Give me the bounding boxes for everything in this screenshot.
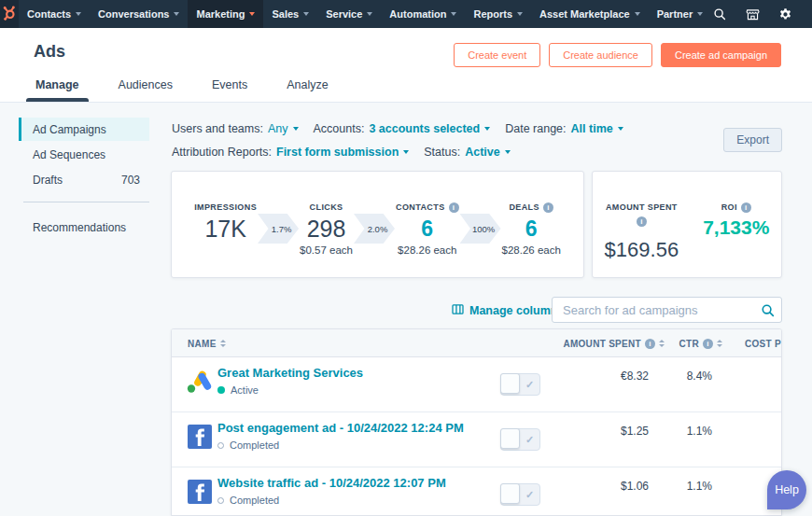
campaign-toggle[interactable] <box>500 483 540 506</box>
sidebar-item-label: Ad Sequences <box>33 148 105 161</box>
filter-value[interactable]: 3 accounts selected <box>369 122 480 135</box>
create-ad-campaign-button[interactable]: Create ad campaign <box>661 43 781 67</box>
hubspot-logo[interactable] <box>0 0 19 28</box>
filter-value[interactable]: Active <box>465 146 500 159</box>
nav-label: Partner <box>657 8 693 20</box>
nav-label: Reports <box>473 8 512 20</box>
sidebar-item-label: Recommendations <box>33 221 126 234</box>
campaign-name-link[interactable]: Post engagement ad - 10/24/2022 12:24 PM <box>217 421 464 435</box>
sidebar-item-ad-campaigns[interactable]: Ad Campaigns <box>19 118 149 141</box>
tab-audiences[interactable]: Audiences <box>117 78 175 102</box>
nav-label: Conversations <box>98 8 169 20</box>
ctr-cell: 1.1% <box>687 425 712 438</box>
tab-analyze[interactable]: Analyze <box>285 78 329 102</box>
nav-item-reports[interactable]: Reports <box>465 0 531 28</box>
column-header-ctr[interactable]: CTR <box>679 329 722 357</box>
create-event-button[interactable]: Create event <box>454 43 540 67</box>
settings-gear-icon[interactable] <box>777 6 793 22</box>
tab-events[interactable]: Events <box>210 78 249 102</box>
campaign-toggle[interactable] <box>500 373 540 396</box>
info-icon[interactable] <box>637 216 647 227</box>
filter-bar: Users and teams: Any Accounts: 3 account… <box>172 122 713 169</box>
toggle-knob[interactable] <box>500 428 520 449</box>
sort-icon[interactable] <box>659 340 665 347</box>
toggle-check-icon <box>520 429 539 450</box>
metric-label: IMPRESSIONS <box>194 202 257 212</box>
nav-item-sales[interactable]: Sales <box>263 0 317 28</box>
chevron-down-icon <box>505 150 511 154</box>
search-icon[interactable] <box>711 6 728 22</box>
nav-label: Sales <box>272 8 299 20</box>
metric-cost-each: $28.26 each <box>398 244 456 256</box>
filter-value[interactable]: All time <box>571 122 613 135</box>
metric-cost-each: $0.57 each <box>300 244 353 256</box>
nav-item-contacts[interactable]: Contacts <box>19 0 90 28</box>
table-header: NAME AMOUNT SPENT CTR COST PER <box>172 329 781 357</box>
page-title: Ads <box>34 42 65 62</box>
filter-date-range[interactable]: Date range: All time <box>505 122 623 135</box>
toggle-knob[interactable] <box>500 373 520 394</box>
filter-status[interactable]: Status: Active <box>424 146 510 159</box>
chevron-down-icon <box>303 12 309 16</box>
search-icon[interactable] <box>753 303 781 317</box>
filter-label: Status: <box>424 146 460 159</box>
table-columns-icon <box>452 304 464 317</box>
tab-manage[interactable]: Manage <box>34 78 81 102</box>
campaign-name-link[interactable]: Great Marketing Services <box>217 366 363 380</box>
chevron-down-icon <box>293 127 299 131</box>
info-icon[interactable] <box>645 339 655 349</box>
sidebar-item-ad-sequences[interactable]: Ad Sequences <box>19 143 149 166</box>
chevron-down-icon <box>635 12 640 16</box>
filter-attribution-reports[interactable]: Attribution Reports: First form submissi… <box>172 146 409 159</box>
toggle-check-icon <box>520 374 539 395</box>
column-header-amount-spent[interactable]: AMOUNT SPENT <box>563 329 665 357</box>
info-icon[interactable] <box>703 339 713 349</box>
chevron-down-icon <box>697 12 703 16</box>
create-audience-button[interactable]: Create audience <box>549 43 652 67</box>
nav-item-partner[interactable]: Partner <box>649 0 712 28</box>
marketplace-icon[interactable] <box>744 6 761 22</box>
info-icon[interactable] <box>449 202 459 213</box>
filter-label: Attribution Reports: <box>172 146 272 159</box>
conversion-arrow: 1.7% <box>258 214 299 244</box>
manage-columns-link[interactable]: Manage columns <box>452 304 564 317</box>
campaign-toggle[interactable] <box>500 428 540 451</box>
metric-impressions: IMPRESSIONS 17K <box>194 201 257 277</box>
filter-users-and-teams[interactable]: Users and teams: Any <box>172 122 299 135</box>
sort-icon[interactable] <box>220 340 226 347</box>
filter-value[interactable]: Any <box>268 122 288 135</box>
help-button[interactable]: Help <box>767 470 806 509</box>
nav-item-marketing[interactable]: Marketing <box>188 0 263 28</box>
status-label: Completed <box>230 439 279 451</box>
info-icon[interactable] <box>741 202 751 213</box>
sidebar-item-drafts[interactable]: Drafts 703 <box>19 168 149 191</box>
campaign-search <box>552 297 782 323</box>
sidebar-item-recommendations[interactable]: Recommendations <box>19 216 149 239</box>
nav-label: Asset Marketplace <box>539 8 630 20</box>
filter-value[interactable]: First form submission <box>276 146 399 159</box>
export-button[interactable]: Export <box>723 128 782 152</box>
column-label: NAME <box>188 339 217 349</box>
conversion-arrow: 2.0% <box>354 214 395 244</box>
campaign-name-link[interactable]: Website traffic ad - 10/24/2022 12:07 PM <box>217 476 446 490</box>
filter-accounts[interactable]: Accounts: 3 accounts selected <box>314 122 491 135</box>
amount-spent-cell: €8.32 <box>621 370 649 383</box>
nav-item-service[interactable]: Service <box>317 0 381 28</box>
info-icon[interactable] <box>543 202 553 213</box>
chevron-down-icon <box>76 12 81 16</box>
column-header-name[interactable]: NAME <box>188 329 226 357</box>
chevron-down-icon <box>451 12 456 16</box>
column-header-cost-per[interactable]: COST PER <box>745 329 782 357</box>
search-input[interactable] <box>553 303 753 317</box>
chevron-down-icon <box>517 12 523 16</box>
chevron-down-icon <box>174 12 179 16</box>
nav-item-asset-marketplace[interactable]: Asset Marketplace <box>531 0 649 28</box>
nav-item-automation[interactable]: Automation <box>381 0 465 28</box>
toggle-knob[interactable] <box>500 483 520 504</box>
nav-item-conversations[interactable]: Conversations <box>90 0 188 28</box>
sidebar-item-label: Ad Campaigns <box>33 123 106 136</box>
top-nav: Contacts Conversations Marketing Sales S… <box>0 0 812 28</box>
status-active-dot-icon <box>217 386 225 394</box>
chevron-down-icon <box>403 150 409 154</box>
sort-icon[interactable] <box>717 340 722 347</box>
